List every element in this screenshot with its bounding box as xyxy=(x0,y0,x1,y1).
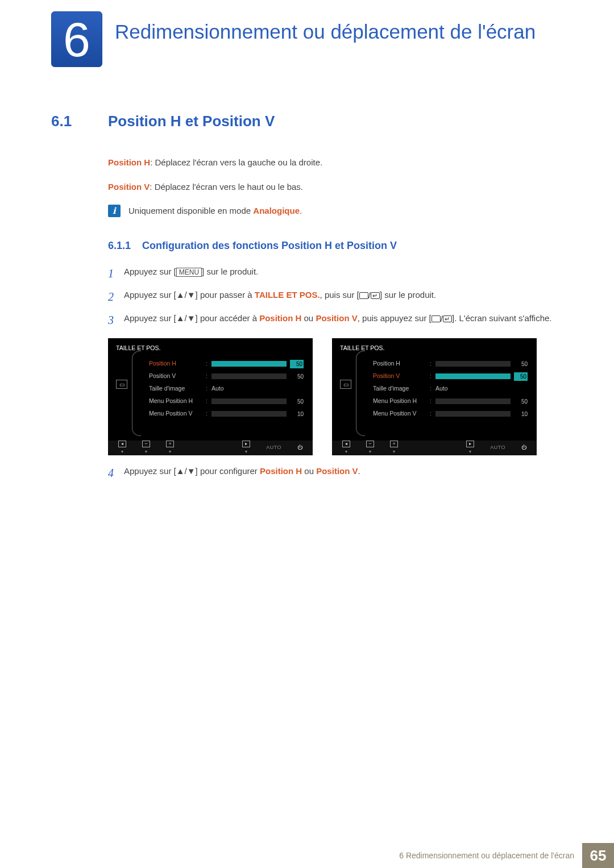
step-1-text-b: ] sur le produit. xyxy=(202,267,258,276)
osd-item-position-h: Position H : 50 xyxy=(358,358,528,369)
osd-item-menu-h: Menu Position H : 50 xyxy=(358,396,528,407)
step-2-text-d: ] sur le produit. xyxy=(380,290,436,300)
osd-value-position-h: 50 xyxy=(514,360,528,368)
definition-position-h: Position H: Déplacez l'écran vers la gau… xyxy=(108,156,563,169)
step-4-target-h: Position H xyxy=(260,466,302,476)
osd-label-menu-v: Menu Position V xyxy=(149,409,206,418)
footer-page-number: 65 xyxy=(582,843,614,868)
step-1: 1 Appuyez sur [MENU] sur le produit. xyxy=(108,265,563,283)
osd-power-icon: ⏻ xyxy=(297,444,302,452)
step-3-text-c: , puis appuyez sur [ xyxy=(358,313,432,323)
osd-power-icon: ⏻ xyxy=(521,444,526,452)
osd-item-menu-v: Menu Position V : 10 xyxy=(134,408,304,420)
osd-label-menu-v: Menu Position V xyxy=(373,409,430,418)
step-2-target: TAILLE ET POS. xyxy=(255,290,320,300)
note-prefix: Uniquement disponible en mode xyxy=(128,206,253,215)
footer-chapter-text: 6 Redimensionnement ou déplacement de l'… xyxy=(399,851,582,860)
osd-label-image-size: Taille d'image xyxy=(373,384,430,393)
subsection-number: 6.1.1 xyxy=(108,238,142,254)
osd-nav-left-icon: ◂ xyxy=(342,441,350,447)
step-3-text-d: ]. L'écran suivant s'affiche. xyxy=(452,313,552,323)
step-3-target-h: Position H xyxy=(259,313,301,323)
position-h-text: : Déplacez l'écran vers la gauche ou la … xyxy=(150,157,322,167)
step-4-number: 4 xyxy=(108,464,124,482)
step-2-text-b: ] pour passer à xyxy=(196,290,255,300)
osd-value-menu-h: 50 xyxy=(290,397,304,406)
source-enter-icon: / xyxy=(359,289,380,302)
position-v-text: : Déplacez l'écran vers le haut ou le ba… xyxy=(150,182,303,192)
osd-value-position-v: 50 xyxy=(514,372,528,381)
osd-nav-plus-icon: + xyxy=(166,441,174,447)
osd-label-position-h: Position H xyxy=(149,359,206,368)
osd-nav-left-icon: ◂ xyxy=(118,441,126,447)
osd-item-menu-h: Menu Position H : 50 xyxy=(134,396,304,407)
step-2: 2 Appuyez sur [▲/▼] pour passer à TAILLE… xyxy=(108,288,563,306)
osd-label-position-h: Position H xyxy=(373,359,430,368)
osd-value-menu-h: 50 xyxy=(514,397,528,406)
chapter-header: 6 Redimensionnement ou déplacement de l'… xyxy=(51,17,563,73)
osd-footer: ◂▾ −▾ +▾ ▸▾ AUTO ⏻ xyxy=(332,441,537,455)
osd-nav-right-icon: ▸ xyxy=(466,441,474,447)
osd-nav-minus-icon: − xyxy=(142,441,150,447)
note-analog-only: ℹ Uniquement disponible en mode Analogiq… xyxy=(108,205,563,218)
osd-label-menu-h: Menu Position H xyxy=(149,397,206,406)
osd-title: TAILLE ET POS. xyxy=(114,343,307,359)
osd-item-position-v: Position V : 50 xyxy=(358,371,528,382)
section-title: Position H et Position V xyxy=(108,113,275,130)
osd-value-image-size: Auto xyxy=(211,384,224,393)
osd-category-icon: ▭ xyxy=(340,380,351,389)
step-3-target-v: Position V xyxy=(316,313,357,323)
osd-value-image-size: Auto xyxy=(435,384,448,393)
step-2-text-a: Appuyez sur [ xyxy=(124,290,176,300)
step-3-text-b: ] pour accéder à xyxy=(196,313,260,323)
definition-position-v: Position V: Déplacez l'écran vers le hau… xyxy=(108,181,563,194)
step-3-text-a: Appuyez sur [ xyxy=(124,313,176,323)
step-4-text-suffix: . xyxy=(358,466,360,476)
up-down-icon: ▲/▼ xyxy=(176,290,196,300)
osd-item-position-v: Position V : 50 xyxy=(134,371,304,382)
step-3: 3 Appuyez sur [▲/▼] pour accéder à Posit… xyxy=(108,312,563,329)
osd-nav-right-icon: ▸ xyxy=(242,441,250,447)
note-suffix: . xyxy=(300,206,302,215)
osd-value-menu-v: 10 xyxy=(514,410,528,418)
osd-label-menu-h: Menu Position H xyxy=(373,397,430,406)
step-4-target-v: Position V xyxy=(316,466,358,476)
source-enter-icon: / xyxy=(432,312,452,325)
osd-screenshots: TAILLE ET POS. ▭ Position H : 50 xyxy=(108,338,563,455)
step-4-text-a: Appuyez sur [ xyxy=(124,466,176,476)
subsection-title: Configuration des fonctions Position H e… xyxy=(142,238,397,254)
step-3-text-mid: ou xyxy=(301,313,316,323)
chapter-number-badge: 6 xyxy=(51,11,102,67)
osd-auto-label: AUTO xyxy=(266,444,281,452)
osd-category-icon: ▭ xyxy=(116,380,127,389)
osd-panel-position-h: TAILLE ET POS. ▭ Position H : 50 xyxy=(108,338,313,455)
osd-title: TAILLE ET POS. xyxy=(338,343,531,359)
note-mode: Analogique xyxy=(253,206,300,215)
osd-nav-plus-icon: + xyxy=(390,441,398,447)
osd-value-position-h: 50 xyxy=(290,360,304,368)
up-down-icon: ▲/▼ xyxy=(176,466,196,476)
page-footer: 6 Redimensionnement ou déplacement de l'… xyxy=(399,843,614,868)
section-number: 6.1 xyxy=(51,113,108,130)
osd-auto-label: AUTO xyxy=(490,444,505,452)
step-3-number: 3 xyxy=(108,312,124,329)
osd-label-position-v: Position V xyxy=(373,372,430,381)
step-1-text-a: Appuyez sur [ xyxy=(124,267,176,276)
step-4-text-b: ] pour configurer xyxy=(196,466,260,476)
position-h-label: Position H xyxy=(108,157,150,167)
osd-value-menu-v: 10 xyxy=(290,410,304,418)
osd-nav-minus-icon: − xyxy=(366,441,374,447)
osd-label-position-v: Position V xyxy=(149,372,206,381)
chapter-title: Redimensionnement ou déplacement de l'éc… xyxy=(115,17,536,44)
osd-item-position-h: Position H : 50 xyxy=(134,358,304,369)
menu-button-label: MENU xyxy=(176,268,202,277)
osd-arc-decor xyxy=(356,351,365,436)
note-icon: ℹ xyxy=(108,205,121,217)
step-4-text-mid: ou xyxy=(302,466,316,476)
osd-panel-position-v: TAILLE ET POS. ▭ Position H : 50 xyxy=(332,338,537,455)
step-2-text-c: , puis sur [ xyxy=(320,290,359,300)
osd-value-position-v: 50 xyxy=(290,372,304,381)
step-2-number: 2 xyxy=(108,288,124,306)
osd-arc-decor xyxy=(132,351,141,436)
osd-item-menu-v: Menu Position V : 10 xyxy=(358,408,528,420)
